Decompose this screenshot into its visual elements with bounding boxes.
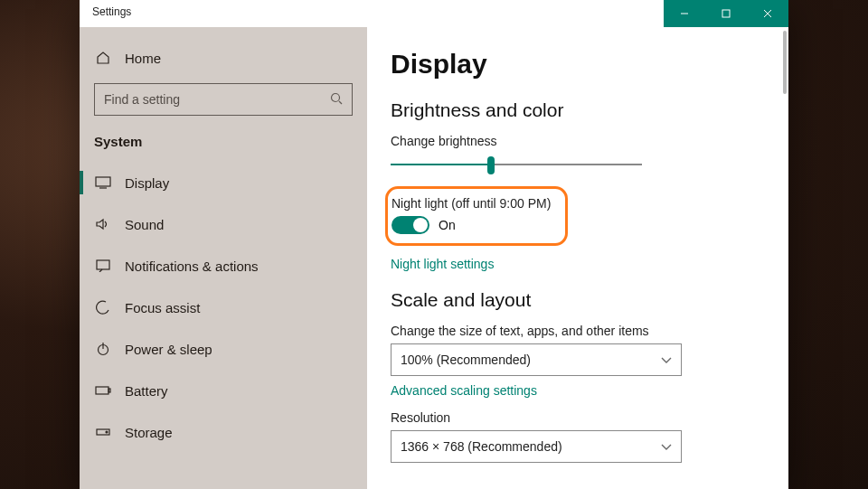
minimize-button[interactable] (664, 0, 705, 27)
night-light-label: Night light (off until 9:00 PM) (392, 196, 551, 211)
svg-point-14 (106, 431, 108, 433)
settings-window: Settings Home Find a setting System (80, 0, 788, 489)
sidebar: Home Find a setting System Display Sound (80, 27, 367, 489)
svg-rect-6 (96, 177, 110, 186)
search-icon (330, 92, 343, 108)
svg-point-4 (332, 93, 340, 101)
page-title: Display (391, 49, 765, 80)
sidebar-item-label: Focus assist (125, 300, 200, 315)
brightness-slider[interactable] (391, 154, 642, 175)
titlebar: Settings (80, 0, 788, 27)
scale-dropdown[interactable]: 100% (Recommended) (391, 343, 682, 376)
home-nav[interactable]: Home (80, 38, 367, 78)
search-placeholder: Find a setting (104, 92, 330, 107)
chevron-down-icon (661, 353, 672, 367)
section-scale-layout: Scale and layout (391, 289, 765, 311)
sound-icon (94, 218, 112, 230)
search-input[interactable]: Find a setting (94, 83, 353, 116)
sidebar-item-label: Sound (125, 217, 164, 232)
sidebar-item-label: Notifications & actions (125, 259, 259, 274)
slider-fill (391, 164, 491, 165)
advanced-scaling-link[interactable]: Advanced scaling settings (391, 383, 765, 398)
notifications-icon (94, 259, 112, 272)
chevron-down-icon (661, 439, 672, 454)
sidebar-item-label: Display (125, 175, 169, 191)
sidebar-item-focus-assist[interactable]: Focus assist (80, 287, 367, 328)
svg-rect-8 (97, 260, 109, 269)
scrollbar[interactable] (783, 31, 787, 94)
brightness-label: Change brightness (391, 134, 765, 148)
svg-rect-1 (722, 10, 730, 17)
sidebar-item-display[interactable]: Display (80, 162, 367, 203)
sidebar-item-notifications[interactable]: Notifications & actions (80, 245, 367, 287)
close-button[interactable] (747, 0, 788, 27)
resolution-label: Resolution (391, 410, 765, 425)
night-light-highlight: Night light (off until 9:00 PM) On (385, 186, 568, 246)
content-pane: Display Brightness and color Change brig… (367, 27, 788, 489)
night-light-settings-link[interactable]: Night light settings (391, 257, 765, 271)
svg-rect-12 (108, 389, 110, 392)
window-controls (664, 0, 788, 27)
home-icon (94, 51, 112, 65)
sidebar-item-storage[interactable]: Storage (80, 411, 367, 453)
window-title: Settings (92, 5, 131, 18)
sidebar-item-label: Power & sleep (125, 342, 212, 357)
slider-thumb[interactable] (487, 156, 495, 174)
night-light-toggle[interactable] (392, 216, 429, 234)
svg-line-5 (339, 101, 342, 104)
storage-icon (94, 427, 112, 437)
sidebar-item-label: Battery (125, 383, 168, 399)
sidebar-item-battery[interactable]: Battery (80, 370, 367, 411)
home-label: Home (125, 51, 161, 66)
sidebar-item-label: Storage (125, 425, 173, 440)
scale-value: 100% (Recommended) (401, 353, 531, 367)
category-header: System (80, 128, 367, 162)
section-brightness-color: Brightness and color (391, 99, 765, 121)
power-icon (94, 342, 112, 356)
maximize-button[interactable] (705, 0, 747, 27)
display-icon (94, 176, 112, 189)
night-light-state: On (439, 218, 456, 232)
resolution-value: 1366 × 768 (Recommended) (401, 439, 562, 454)
resolution-dropdown[interactable]: 1366 × 768 (Recommended) (391, 430, 682, 463)
scale-label: Change the size of text, apps, and other… (391, 324, 765, 338)
sidebar-item-power-sleep[interactable]: Power & sleep (80, 328, 367, 370)
toggle-knob (413, 218, 428, 232)
battery-icon (94, 385, 112, 396)
svg-rect-11 (96, 387, 108, 394)
focus-assist-icon (94, 300, 112, 315)
sidebar-item-sound[interactable]: Sound (80, 203, 367, 245)
